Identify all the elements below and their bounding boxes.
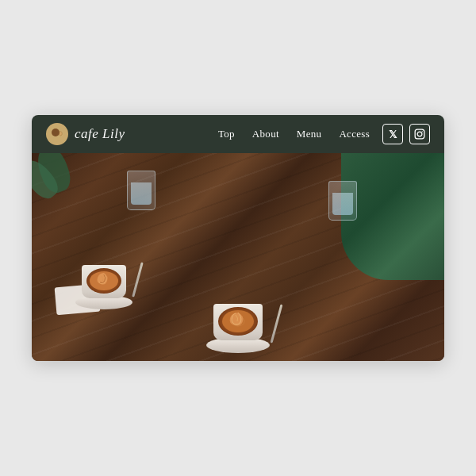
instagram-icon[interactable]: [409, 124, 430, 144]
browser-window: cafe Lily Top About Menu Access 𝕏: [32, 115, 444, 361]
hero-image: [32, 153, 444, 361]
twitter-icon[interactable]: 𝕏: [382, 124, 403, 144]
navbar: cafe Lily Top About Menu Access 𝕏: [32, 115, 444, 153]
nav-menu[interactable]: Menu: [297, 128, 322, 140]
nav-links: Top About Menu Access: [218, 128, 370, 140]
logo-area: cafe Lily: [46, 123, 218, 145]
water-fill: [131, 182, 152, 205]
brand-name: cafe Lily: [75, 126, 125, 142]
social-icons: 𝕏: [382, 124, 430, 144]
water-glass-right: [328, 181, 357, 221]
water-glass-left: [127, 171, 155, 210]
svg-rect-2: [415, 129, 424, 139]
coffee-cup-left: [75, 295, 132, 309]
cup-center-body: [213, 304, 263, 340]
water-fill-right: [332, 193, 353, 215]
coffee-surface-left: [86, 268, 121, 294]
svg-point-4: [422, 131, 423, 132]
saucer-left: [75, 295, 132, 309]
svg-point-1: [52, 129, 60, 136]
coffee-cup-center: [206, 337, 270, 353]
cup-left-body: [82, 265, 126, 298]
coffee-surface-center: [218, 307, 258, 336]
nav-access[interactable]: Access: [339, 128, 370, 140]
logo-icon: [46, 123, 68, 145]
plant-area: [32, 153, 95, 217]
svg-point-3: [417, 132, 422, 136]
nav-about[interactable]: About: [252, 128, 279, 140]
nav-top[interactable]: Top: [218, 128, 235, 140]
saucer-center: [206, 337, 270, 353]
